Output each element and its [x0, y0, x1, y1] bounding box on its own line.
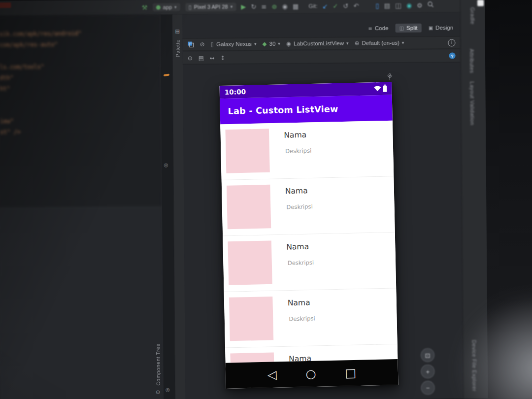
horizontal-resize-icon[interactable]: ↔	[210, 54, 215, 61]
apply-code-changes-button[interactable]: ≡	[261, 2, 266, 10]
zoom-controls: ⊡ + −	[421, 348, 435, 395]
item-subtitle[interactable]: Deskripsi	[286, 203, 313, 210]
gradle-tab[interactable]: Gradle	[469, 7, 475, 25]
chevron-down-icon: ▾	[254, 42, 257, 47]
theme-icon: ◉	[286, 40, 291, 47]
item-subtitle[interactable]: Deskripsi	[288, 259, 314, 266]
code-line	[0, 104, 162, 116]
editor-lower-pane	[0, 207, 164, 399]
android-nav-bar: ◁ ○ □	[226, 359, 399, 389]
disable-tools-icon[interactable]: ⊘	[200, 41, 205, 48]
locale-label: Default (en-us)	[362, 40, 399, 46]
listview[interactable]: Nama Deskripsi Nama Deskripsi Nama Deskr…	[220, 121, 398, 363]
battery-icon	[383, 85, 387, 92]
bookmark-marker	[164, 73, 170, 76]
theme-label: LabCustomListView	[294, 40, 344, 47]
palette-icon: ▤	[175, 29, 180, 34]
build-hammer-icon[interactable]: ⚒	[142, 3, 148, 11]
run-button[interactable]: ▶	[241, 3, 246, 10]
list-item[interactable]: Nama Deskripsi	[224, 288, 398, 348]
list-item[interactable]: Nama Deskripsi	[220, 121, 394, 180]
phone-preview[interactable]: 10:00 Lab - Custom ListView Nama	[219, 82, 398, 389]
device-manager-icon[interactable]: ▯	[375, 2, 379, 9]
zoom-in-button[interactable]: +	[421, 365, 434, 378]
gutter-icon[interactable]: ◎	[166, 387, 170, 392]
design-surface-icon[interactable]	[188, 41, 194, 48]
git-rollback-button[interactable]: ↶	[353, 2, 359, 9]
nav-back-icon: ◁	[267, 368, 277, 382]
preview-device-label: Galaxy Nexus	[216, 41, 252, 48]
api-level-label: 30	[269, 41, 275, 47]
apply-changes-button[interactable]: ↻	[251, 3, 256, 10]
tab-split[interactable]: ◫ Split	[395, 24, 421, 33]
git-history-button[interactable]: ↺	[343, 2, 348, 9]
item-title[interactable]: Nama	[285, 186, 308, 196]
git-commit-button[interactable]: ✓	[332, 2, 338, 9]
debug-button[interactable]: ⊚	[271, 2, 277, 10]
layout-inspector-icon[interactable]: ◫	[395, 1, 401, 9]
help-icon[interactable]: ?	[449, 53, 456, 59]
theme-selector[interactable]: ◉ LabCustomListView ▾	[286, 40, 349, 47]
split-tab-label: Split	[406, 25, 418, 31]
git-update-button[interactable]: ↙	[322, 2, 328, 10]
git-label: Git:	[308, 3, 317, 9]
code-editor-panel[interactable]: sik.com/apk/res/android" com/apk/res-aut…	[0, 15, 164, 399]
device-selector[interactable]: ▯ Pixel 3 API 28 ▾	[185, 2, 236, 11]
tab-design[interactable]: ▣ Design	[425, 23, 458, 33]
list-item[interactable]: Nama Deskripsi	[222, 176, 395, 236]
wifi-signal-antenna-icon	[387, 73, 393, 83]
stop-button[interactable]: ▦	[293, 2, 299, 10]
logcat-icon[interactable]: ▤	[384, 2, 390, 9]
component-tree-tab[interactable]: Component Tree	[155, 343, 161, 386]
attributes-tab[interactable]: Attributes	[469, 49, 475, 73]
api-level-selector[interactable]: ◆ 30 ▾	[263, 40, 280, 47]
item-image-placeholder[interactable]	[225, 129, 269, 173]
run-config-label: app	[163, 4, 172, 10]
item-image-placeholder[interactable]	[230, 352, 274, 363]
code-tab-label: Code	[375, 25, 389, 31]
item-subtitle[interactable]: Deskripsi	[285, 147, 312, 155]
tab-code[interactable]: ≡ Code	[364, 24, 392, 33]
zoom-out-button[interactable]: −	[421, 381, 434, 395]
palette-tab[interactable]: Palette	[175, 39, 181, 57]
list-item[interactable]: Nama Deskripsi	[223, 233, 396, 292]
blueprint-list-icon[interactable]: ▤	[199, 54, 204, 61]
xml-code-lines: sik.com/apk/res/android" com/apk/res-aut…	[0, 15, 162, 138]
avd-manager-icon[interactable]: ◉	[406, 1, 412, 9]
vertical-resize-icon[interactable]: ↕	[220, 54, 225, 61]
split-tab-icon: ◫	[399, 26, 404, 31]
editor-mode-tabs: ≡ Code ◫ Split ▣ Design	[364, 23, 457, 33]
code-line	[0, 49, 161, 62]
code-line: ht"	[0, 82, 161, 94]
app-bar[interactable]: Lab - Custom ListView	[220, 95, 393, 125]
api-icon: ◆	[263, 40, 267, 47]
chevron-down-icon: ▾	[278, 41, 280, 46]
profiler-button[interactable]: ◉	[282, 2, 288, 10]
notifications-icon[interactable]	[477, 0, 484, 6]
fold-marker-icon[interactable]: ◎	[164, 162, 168, 167]
code-line: ls.com/tools"	[0, 60, 161, 72]
render-info-icon[interactable]: i	[448, 39, 455, 46]
item-title[interactable]: Nama	[286, 242, 309, 252]
code-line: dth"	[0, 71, 161, 83]
design-surface[interactable]: 10:00 Lab - Custom ListView Nama	[183, 62, 463, 399]
item-image-placeholder[interactable]	[229, 297, 273, 341]
view-options-eye-icon[interactable]: ⊙	[188, 54, 193, 61]
code-line: st" />	[0, 126, 162, 138]
device-for-preview-selector[interactable]: ▯ Galaxy Nexus ▾	[211, 41, 257, 48]
item-image-placeholder[interactable]	[227, 185, 271, 229]
chevron-down-icon: ▾	[402, 40, 404, 45]
item-subtitle[interactable]: Deskripsi	[289, 315, 315, 322]
search-icon[interactable]	[428, 1, 434, 9]
layout-validation-tab[interactable]: Layout Validation	[469, 81, 475, 125]
item-image-placeholder[interactable]	[228, 240, 272, 285]
item-title[interactable]: Nama	[284, 131, 306, 140]
settings-icon[interactable]: ⚙	[417, 1, 423, 9]
device-label: Pixel 3 API 28	[194, 4, 228, 10]
locale-icon: ⊕	[355, 40, 360, 47]
zoom-to-fit-button[interactable]: ⊡	[421, 348, 434, 362]
phone-icon: ▯	[211, 41, 214, 48]
run-config-selector[interactable]: app ▾	[152, 3, 180, 11]
locale-selector[interactable]: ⊕ Default (en-us) ▾	[355, 39, 404, 47]
item-title[interactable]: Nama	[288, 298, 310, 307]
